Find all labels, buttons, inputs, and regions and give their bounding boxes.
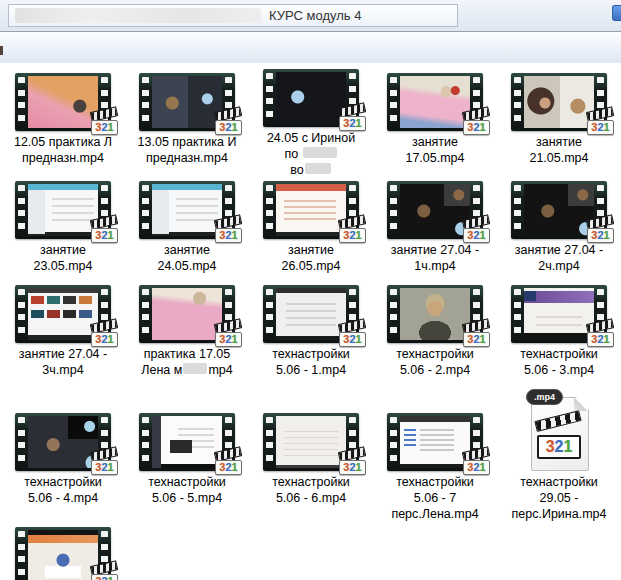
file-item[interactable]: 321технастройки5.06 - 6.mp4 bbox=[249, 389, 373, 527]
mpc-badge-icon: 321 bbox=[215, 111, 244, 135]
file-item[interactable]: 32113.05 практика Ипредназн.mp4 bbox=[125, 69, 249, 177]
file-item[interactable]: 321занятие 27.04 -3ч.mp4 bbox=[1, 281, 125, 389]
sprocket-holes bbox=[18, 417, 25, 467]
file-item[interactable]: 321занятие 27.04 -1ч.mp4 bbox=[373, 177, 497, 281]
badge-digits: 321 bbox=[463, 120, 490, 135]
film-sprockets-left bbox=[263, 416, 276, 468]
film-sprockets-left bbox=[263, 288, 276, 340]
file-item[interactable]: 321занятие 27.04 -2ч.mp4 bbox=[497, 177, 621, 281]
video-thumbnail: 321 bbox=[139, 285, 235, 343]
sprocket-holes bbox=[18, 531, 25, 580]
file-item[interactable]: 321технастройки5.06 - 4.mp4 bbox=[1, 389, 125, 527]
sprocket-holes bbox=[390, 417, 397, 467]
clapperboard-icon: 321 bbox=[537, 419, 583, 459]
file-item[interactable]: 321 bbox=[1, 527, 125, 579]
icon-zone: 321 bbox=[15, 69, 111, 131]
folder-view[interactable]: 32112.05 практика Лпредназн.mp432113.05 … bbox=[0, 63, 621, 580]
redacted-path-blur bbox=[15, 8, 261, 23]
thumbnail-preview bbox=[152, 184, 222, 236]
film-sprockets-left bbox=[263, 72, 276, 124]
file-item[interactable]: 321занятие23.05.mp4 bbox=[1, 177, 125, 281]
file-name: 13.05 практика Ипредназн.mp4 bbox=[138, 134, 237, 166]
file-item[interactable]: 32112.05 практика Лпредназн.mp4 bbox=[1, 69, 125, 177]
file-name: занятие 27.04 -1ч.mp4 bbox=[391, 242, 479, 274]
title-bar: КУРС модуль 4 bbox=[0, 0, 621, 32]
file-row: 321занятие 27.04 -3ч.mp4321практика 17.0… bbox=[0, 281, 621, 389]
sprocket-holes bbox=[390, 185, 397, 235]
ext-badge: .mp4 bbox=[526, 389, 563, 405]
file-item[interactable]: 321технастройки5.06 - 7перс.Лена.mp4 bbox=[373, 389, 497, 527]
video-thumbnail: 321 bbox=[139, 413, 235, 471]
sprocket-holes bbox=[514, 185, 521, 235]
file-name: занятие 27.04 -3ч.mp4 bbox=[19, 346, 107, 378]
file-row: 321занятие23.05.mp4321занятие24.05.mp432… bbox=[0, 177, 621, 281]
thumbnail-preview bbox=[276, 288, 346, 340]
video-thumbnail: 321 bbox=[15, 181, 111, 239]
file-name: 24.05 с Иринойпо во bbox=[267, 130, 355, 178]
mpc-badge-icon: 321 bbox=[91, 111, 120, 135]
mpc-badge-icon: 321 bbox=[463, 111, 492, 135]
file-item[interactable]: 321технастройки5.06 - 3.mp4 bbox=[497, 281, 621, 389]
file-item[interactable]: 321занятие21.05.mp4 bbox=[497, 69, 621, 177]
icon-zone: 321 bbox=[263, 69, 359, 127]
redacted-text-blur bbox=[303, 147, 337, 158]
file-name: технастройки5.06 - 3.mp4 bbox=[520, 346, 598, 378]
mpc-badge-icon: 321 bbox=[215, 219, 244, 243]
film-sprockets-left bbox=[139, 288, 152, 340]
video-thumbnail: 321 bbox=[139, 73, 235, 131]
file-name: технастройки29.05 -перс.Ирина.mp4 bbox=[512, 474, 607, 522]
thumbnail-preview bbox=[276, 416, 346, 468]
file-name: занятие24.05.mp4 bbox=[157, 242, 216, 274]
file-name: 12.05 практика Лпредназн.mp4 bbox=[14, 134, 112, 166]
sprocket-holes bbox=[514, 77, 521, 127]
video-thumbnail: 321 bbox=[15, 413, 111, 471]
toolbar-icon-fragment bbox=[0, 46, 3, 55]
badge-digits: 321 bbox=[215, 332, 242, 347]
redacted-text-blur bbox=[305, 163, 331, 174]
file-item[interactable]: 321технастройки5.06 - 1.mp4 bbox=[249, 281, 373, 389]
sprocket-holes bbox=[18, 185, 25, 235]
badge-digits: 321 bbox=[463, 332, 490, 347]
address-bar[interactable]: КУРС модуль 4 bbox=[8, 4, 458, 27]
mpc-badge-icon: 321 bbox=[91, 219, 120, 243]
mpc-badge-icon: 321 bbox=[91, 451, 120, 475]
file-item[interactable]: 32124.05 с Иринойпо во bbox=[249, 69, 373, 177]
file-item[interactable]: .mp4321технастройки29.05 -перс.Ирина.mp4 bbox=[497, 389, 621, 527]
mpc-badge-icon: 321 bbox=[463, 451, 492, 475]
video-thumbnail: 321 bbox=[511, 73, 607, 131]
file-item[interactable]: 321практика 17.05Лена мmp4 bbox=[125, 281, 249, 389]
icon-zone: 321 bbox=[387, 389, 483, 471]
icon-zone: 321 bbox=[263, 177, 359, 239]
sprocket-holes bbox=[142, 289, 149, 339]
film-sprockets-left bbox=[511, 184, 524, 236]
file-item[interactable]: 321технастройки5.06 - 2.mp4 bbox=[373, 281, 497, 389]
window-button-fragment-icon[interactable] bbox=[612, 5, 621, 21]
sprocket-holes bbox=[142, 77, 149, 127]
film-sprockets-left bbox=[511, 288, 524, 340]
film-sprockets-left bbox=[15, 530, 28, 580]
thumbnail-preview bbox=[400, 76, 470, 128]
redacted-text-blur bbox=[183, 363, 207, 374]
badge-digits: 321 bbox=[339, 460, 366, 475]
sprocket-holes bbox=[266, 289, 273, 339]
file-item[interactable]: 321занятие24.05.mp4 bbox=[125, 177, 249, 281]
sprocket-holes bbox=[390, 289, 397, 339]
icon-zone: 321 bbox=[387, 177, 483, 239]
badge-digits: 321 bbox=[587, 120, 614, 135]
file-item[interactable]: 321занятие17.05.mp4 bbox=[373, 69, 497, 177]
film-sprockets-left bbox=[263, 184, 276, 236]
file-item[interactable]: 321занятие26.05.mp4 bbox=[249, 177, 373, 281]
film-sprockets-left bbox=[139, 416, 152, 468]
video-thumbnail: 321 bbox=[15, 73, 111, 131]
page-fold-icon bbox=[574, 398, 587, 411]
mpc-badge-icon: 321 bbox=[463, 219, 492, 243]
icon-zone: .mp4321 bbox=[526, 389, 592, 471]
badge-digits: 321 bbox=[91, 120, 118, 135]
file-item[interactable]: 321технастройки5.06 - 5.mp4 bbox=[125, 389, 249, 527]
mp4-file-icon: .mp4321 bbox=[526, 391, 592, 471]
icon-zone: 321 bbox=[511, 69, 607, 131]
mpc-badge-icon: 321 bbox=[91, 323, 120, 347]
icon-zone: 321 bbox=[139, 69, 235, 131]
thumbnail-preview bbox=[152, 76, 222, 128]
video-thumbnail: 321 bbox=[263, 285, 359, 343]
